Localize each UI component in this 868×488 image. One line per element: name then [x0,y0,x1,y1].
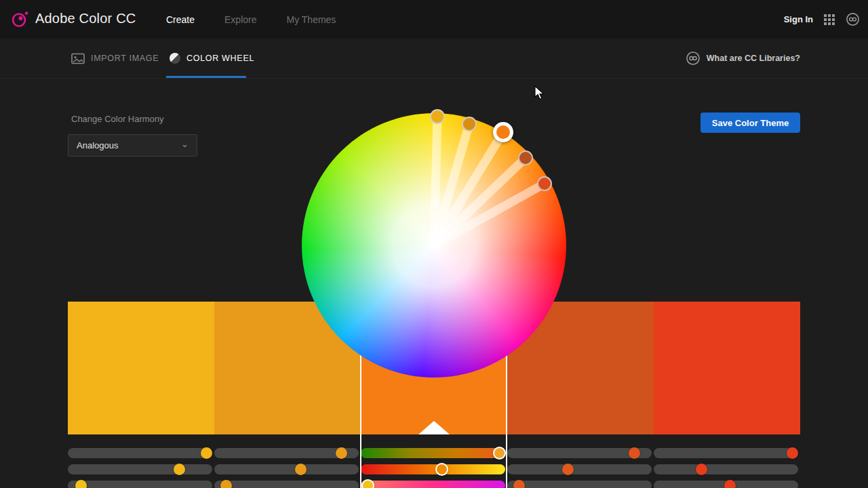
wheel-dot-4[interactable] [537,176,552,191]
slider-handle-r0-c0[interactable] [201,447,212,459]
slider-handle-r2-c0[interactable] [75,480,87,488]
primary-nav: Create Explore My Themes [166,0,336,39]
nav-my-themes[interactable]: My Themes [287,14,336,25]
swatch-0[interactable] [68,302,214,434]
slider-handle-r2-c2[interactable] [361,479,374,488]
tab-import-image-label: IMPORT IMAGE [91,54,159,63]
swatch-4[interactable] [654,302,800,434]
harmony-value: Analogous [77,140,181,150]
selected-swatch-pointer [418,421,450,434]
slider-track-r2-c3[interactable] [507,481,652,488]
creative-cloud-icon[interactable] [846,12,860,26]
slider-handle-r2-c1[interactable] [220,480,232,488]
tab-color-wheel[interactable]: COLOR WHEEL [170,39,254,78]
sign-in-link[interactable]: Sign In [784,14,813,24]
save-theme-button[interactable]: Save Color Theme [701,113,800,133]
nav-explore[interactable]: Explore [224,14,256,25]
slider-handle-r0-c3[interactable] [629,447,640,459]
wheel-dot-1[interactable] [462,117,477,131]
wheel-dot-0[interactable] [430,109,445,124]
slider-track-r0-c2[interactable] [361,448,505,458]
slider-handle-r2-c3[interactable] [513,480,525,488]
slider-track-r1-c1[interactable] [214,464,359,474]
slider-track-r2-c1[interactable] [214,481,359,488]
app: Adobe Color CC Create Explore My Themes … [0,0,868,488]
harmony-label: Change Color Harmony [71,114,164,124]
slider-track-r0-c0[interactable] [68,448,212,458]
slider-track-r2-c2[interactable] [361,481,505,488]
tab-bar: IMPORT IMAGE COLOR WHEEL What are CC Lib… [0,39,868,79]
slider-handle-r1-c3[interactable] [562,464,574,475]
cc-libraries-icon [686,51,701,66]
cc-libraries-label: What are CC Libraries? [707,54,800,63]
harmony-dropdown[interactable]: Analogous ⌄ [68,134,197,157]
slider-track-r0-c4[interactable] [654,448,798,458]
slider-handle-r1-c2[interactable] [435,463,448,476]
slider-handle-r1-c4[interactable] [696,464,707,475]
mouse-cursor [534,85,548,102]
import-image-icon [71,53,85,64]
color-wheel-icon [170,53,180,64]
slider-handle-r0-c1[interactable] [336,447,347,459]
slider-track-r2-c0[interactable] [68,481,212,488]
slider-handle-r0-c2[interactable] [493,447,506,460]
tab-color-wheel-label: COLOR WHEEL [186,54,254,63]
slider-track-r1-c0[interactable] [68,464,212,474]
nav-create[interactable]: Create [166,14,195,25]
chevron-down-icon: ⌄ [181,141,189,148]
slider-handle-r0-c4[interactable] [787,447,798,459]
slider-handle-r1-c0[interactable] [174,464,185,475]
slider-track-r1-c4[interactable] [654,464,798,474]
header-right: Sign In [784,0,860,39]
wheel-dot-3[interactable] [518,150,533,165]
wheel-dot-active[interactable] [493,122,513,142]
tab-import-image[interactable]: IMPORT IMAGE [71,39,159,78]
apps-grid-icon[interactable] [824,14,835,25]
app-header: Adobe Color CC Create Explore My Themes … [0,0,868,39]
adobe-color-logo[interactable] [11,10,29,28]
slider-track-r1-c2[interactable] [361,464,505,474]
brand-title: Adobe Color CC [35,11,136,26]
slider-track-r1-c3[interactable] [507,464,652,474]
cc-libraries-link[interactable]: What are CC Libraries? [686,39,800,78]
active-tab-underline [166,76,246,78]
